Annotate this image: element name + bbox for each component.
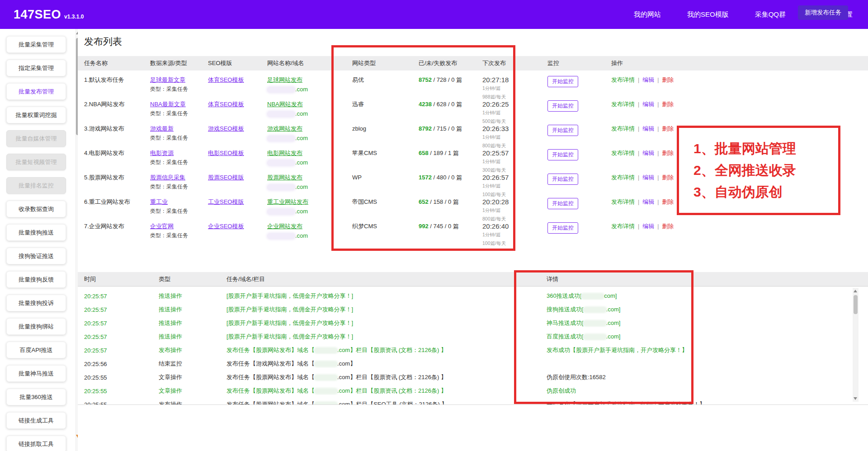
seo-template-link[interactable]: 体育SEO模板 — [208, 101, 244, 108]
delete-link[interactable]: 删除 — [662, 150, 674, 156]
start-monitor-button[interactable]: 开始监控 — [547, 198, 578, 209]
published-count: 652 — [419, 198, 429, 205]
publish-detail-link[interactable]: 发布详情 — [611, 101, 635, 108]
edit-link[interactable]: 编辑 — [642, 125, 654, 132]
scroll-down-icon[interactable] — [854, 397, 857, 400]
sidebar-item[interactable]: 批量短视频管理 — [6, 154, 66, 170]
sidebar-item[interactable]: 链接抓取工具 — [6, 436, 66, 451]
seo-template-link[interactable]: 电影SEO模板 — [208, 150, 244, 156]
delete-link[interactable]: 删除 — [662, 223, 674, 230]
edit-link[interactable]: 编辑 — [642, 150, 654, 156]
seo-template-link[interactable]: 工业SEO模版 — [208, 198, 244, 205]
pending-count: 189 — [434, 150, 443, 156]
delete-link[interactable]: 删除 — [662, 198, 674, 205]
sidebar-item[interactable]: 链接生成工具 — [6, 412, 66, 429]
seo-template-link[interactable]: 股票SEO模版 — [208, 174, 244, 181]
sidebar-item[interactable]: 批量神马推送 — [6, 365, 66, 382]
sidebar-item[interactable]: 收录数据查询 — [6, 201, 66, 217]
seo-template-link[interactable]: 游戏SEO模板 — [208, 125, 244, 132]
start-monitor-button[interactable]: 开始监控 — [547, 76, 578, 87]
log-detail: 开始发布【股票开户新手避坑指南，低佣金开户攻略分享！】 — [540, 400, 868, 405]
publish-rate: 1分钟/篇 — [482, 85, 541, 92]
site-name-link[interactable]: 电影网站发布 — [267, 150, 302, 156]
failed-count: 0 — [451, 125, 454, 132]
log-task: 发布任务【股票网站发布】域名【.com】栏目【股票资讯 (文档：2126条) 】 — [220, 387, 540, 395]
log-scrollbar[interactable] — [853, 288, 859, 402]
publish-detail-link[interactable]: 发布详情 — [611, 150, 635, 156]
pending-count: 628 — [437, 101, 447, 108]
sidebar-item[interactable]: 批量360推送 — [6, 389, 66, 405]
publish-detail-link[interactable]: 发布详情 — [611, 76, 635, 83]
seo-template-link[interactable]: 企业SEO模板 — [208, 223, 244, 230]
edit-link[interactable]: 编辑 — [642, 223, 654, 230]
edit-link[interactable]: 编辑 — [642, 174, 654, 181]
failed-count: 0 — [451, 174, 454, 181]
source-type-label: 类型：采集任务 — [150, 85, 202, 93]
data-source-link[interactable]: 股票信息采集 — [150, 174, 185, 181]
redacted-domain — [267, 233, 295, 239]
site-name-link[interactable]: NBA网站发布 — [267, 101, 303, 108]
failed-count: 0 — [451, 76, 454, 83]
sidebar-item[interactable]: 批量排名监控 — [6, 177, 66, 194]
data-source-link[interactable]: 电影资源 — [150, 150, 174, 156]
log-row: 20:25:55 文章操作 发布任务【股票网站发布】域名【.com】栏目【股票资… — [78, 371, 868, 384]
next-publish-cell: 20:27:18 1分钟/篇 988篇/每天 — [476, 75, 541, 101]
delete-link[interactable]: 删除 — [662, 125, 674, 132]
log-row: 20:25:55 发布操作 发布任务【股票网站发布】域名【.com】栏目【SEO… — [78, 398, 868, 405]
scroll-up-icon[interactable] — [854, 290, 857, 292]
data-source-link[interactable]: 游戏最新 — [150, 125, 174, 132]
seo-template-link[interactable]: 体育SEO模板 — [208, 76, 244, 83]
site-cell: 股票网站发布 .com — [261, 173, 346, 191]
sidebar-item[interactable]: 批量搜狗反馈 — [6, 271, 66, 288]
delete-link[interactable]: 删除 — [662, 76, 674, 83]
edit-link[interactable]: 编辑 — [642, 198, 654, 205]
edit-link[interactable]: 编辑 — [642, 76, 654, 83]
sidebar-item[interactable]: 批量自媒体管理 — [6, 130, 66, 147]
sidebar-item[interactable]: 批量发布管理 — [6, 83, 66, 100]
site-name-link[interactable]: 股票网站发布 — [267, 174, 302, 181]
sidebar-item[interactable]: 批量采集管理 — [6, 36, 66, 53]
data-source-link[interactable]: 企业官网 — [150, 223, 174, 230]
count-unit: 篇 — [456, 174, 462, 181]
sidebar-item[interactable]: 批量搜狗推送 — [6, 224, 66, 241]
next-publish-time: 20:25:57 — [482, 149, 541, 157]
publish-detail-link[interactable]: 发布详情 — [611, 125, 635, 132]
publish-detail-link[interactable]: 发布详情 — [611, 223, 635, 230]
top-nav-item[interactable]: 采集QQ群 — [755, 10, 786, 19]
site-name-link[interactable]: 重工业网站发布 — [267, 198, 308, 205]
redacted-domain — [267, 136, 295, 141]
site-name-link[interactable]: 足球网站发布 — [267, 76, 302, 83]
publish-detail-link[interactable]: 发布详情 — [611, 174, 635, 181]
start-monitor-button[interactable]: 开始监控 — [547, 125, 578, 136]
data-source-link[interactable]: NBA最新文章 — [150, 101, 186, 108]
sidebar-item[interactable]: 搜狗验证推送 — [6, 248, 66, 264]
start-monitor-button[interactable]: 开始监控 — [547, 174, 578, 185]
new-publish-task-button[interactable]: 新增发布任务 — [798, 5, 848, 20]
top-nav-item[interactable]: 我的SEO模版 — [687, 10, 729, 19]
redacted-domain — [581, 294, 604, 299]
log-row: 20:25:55 文章操作 发布任务【股票网站发布】域名【.com】栏目【股票资… — [78, 384, 868, 398]
sidebar-item[interactable]: 百度API推送 — [6, 342, 66, 358]
publish-detail-link[interactable]: 发布详情 — [611, 198, 635, 205]
sidebar-item[interactable]: 指定采集管理 — [6, 60, 66, 76]
start-monitor-button[interactable]: 开始监控 — [547, 222, 578, 234]
top-nav-item[interactable]: 我的网站 — [634, 10, 661, 19]
sidebar-item[interactable]: 批量权重词挖掘 — [6, 107, 66, 123]
log-row: 20:25:57 推送操作 [股票开户新手避坑指南，低佣金开户攻略分享！] 36… — [78, 289, 868, 303]
redacted-domain — [315, 389, 337, 394]
start-monitor-button[interactable]: 开始监控 — [547, 149, 578, 160]
edit-link[interactable]: 编辑 — [642, 101, 654, 108]
app-version: v1.3.1.0 — [64, 14, 84, 20]
sidebar-item[interactable]: 批量搜狗投诉 — [6, 295, 66, 311]
brand-logo: 147SEO — [14, 8, 61, 22]
log-row: 20:25:57 推送操作 [股票开户新手避坑指南，低佣金开户攻略分享！] 搜狗… — [78, 303, 868, 316]
site-name-link[interactable]: 游戏网站发布 — [267, 125, 302, 132]
scrollbar-thumb[interactable] — [854, 295, 858, 314]
data-source-link[interactable]: 重工业 — [150, 198, 168, 205]
sidebar-item[interactable]: 批量搜狗绑站 — [6, 318, 66, 335]
delete-link[interactable]: 删除 — [662, 101, 674, 108]
delete-link[interactable]: 删除 — [662, 174, 674, 181]
site-name-link[interactable]: 企业网站发布 — [267, 223, 302, 230]
start-monitor-button[interactable]: 开始监控 — [547, 100, 578, 112]
data-source-link[interactable]: 足球最新文章 — [150, 76, 185, 83]
